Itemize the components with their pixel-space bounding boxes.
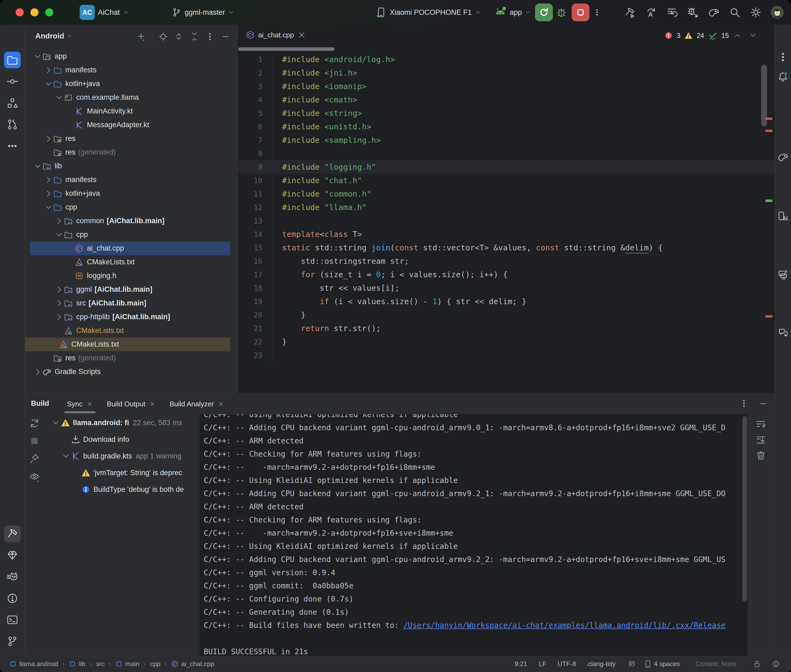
chevron-right-icon[interactable] bbox=[55, 285, 64, 294]
soft-wrap-button[interactable] bbox=[755, 419, 767, 430]
tree-item-kotlin-java[interactable]: kotlin+java bbox=[30, 187, 230, 200]
app-quality-insights-button[interactable] bbox=[4, 547, 21, 564]
project-view-selector[interactable]: Android bbox=[35, 32, 72, 40]
notifications-button[interactable] bbox=[777, 70, 789, 83]
tree-item-cpp[interactable]: cpp bbox=[30, 200, 230, 214]
run-options-button[interactable] bbox=[593, 6, 601, 18]
console-scrollbar[interactable] bbox=[742, 416, 747, 602]
inspections-widget[interactable]: 3 24 15 bbox=[664, 30, 729, 40]
hide-panel-button[interactable] bbox=[221, 32, 230, 42]
build-tool-button[interactable] bbox=[4, 525, 21, 542]
tree-item-mainactivity-kt[interactable]: MainActivity.kt bbox=[30, 104, 230, 118]
view-options-button[interactable] bbox=[29, 471, 40, 482]
project-options-button[interactable] bbox=[205, 32, 215, 42]
error-stripe-mark[interactable] bbox=[765, 315, 772, 318]
recent-actions-button[interactable] bbox=[666, 6, 678, 18]
chevron-down-icon[interactable] bbox=[33, 162, 42, 171]
lock-toggle[interactable] bbox=[753, 656, 761, 672]
close-icon[interactable] bbox=[218, 401, 224, 407]
chevron-right-icon[interactable] bbox=[55, 299, 64, 308]
build-tab-build-analyzer[interactable]: Build Analyzer bbox=[162, 394, 231, 414]
build-tree-item-build-gradle-kts[interactable]: build.gradle.ktsapp 1 warning bbox=[51, 448, 199, 464]
project-tool-button[interactable] bbox=[4, 52, 21, 68]
chevron-right-icon[interactable] bbox=[33, 367, 42, 376]
breadcrumb-lib[interactable]: lib bbox=[69, 660, 85, 668]
error-stripe-mark[interactable] bbox=[765, 117, 772, 120]
chevron-down-icon[interactable] bbox=[33, 52, 42, 61]
file-encoding[interactable]: UTF-8 bbox=[558, 656, 576, 672]
pin-tab-button[interactable] bbox=[29, 453, 40, 464]
chevron-right-icon[interactable] bbox=[44, 175, 53, 184]
chevron-down-icon[interactable] bbox=[51, 418, 61, 427]
collapse-all-button[interactable] bbox=[189, 32, 199, 42]
build-button[interactable] bbox=[624, 6, 636, 18]
stripe-mark-green[interactable] bbox=[765, 200, 772, 202]
chevron-down-icon[interactable] bbox=[55, 93, 64, 102]
search-everywhere-button[interactable] bbox=[729, 6, 741, 18]
gradle-tool-button[interactable] bbox=[777, 150, 789, 163]
breadcrumb-cpp[interactable]: cpp bbox=[150, 660, 160, 668]
tree-item-res[interactable]: res(generated) bbox=[30, 351, 230, 365]
column-mode-toggle[interactable] bbox=[627, 656, 636, 672]
build-tree-item-download-info[interactable]: Download info bbox=[51, 431, 199, 448]
build-tab-sync[interactable]: Sync bbox=[60, 394, 100, 414]
tree-item-kotlin-java[interactable]: kotlin+java bbox=[30, 77, 230, 91]
event-log-button[interactable] bbox=[772, 656, 780, 672]
chevron-down-icon[interactable] bbox=[61, 451, 71, 461]
close-icon[interactable] bbox=[149, 401, 156, 407]
logcat-tool-button[interactable] bbox=[4, 568, 21, 585]
tree-item-manifests[interactable]: manifests bbox=[30, 173, 230, 187]
commit-tool-button[interactable] bbox=[4, 73, 21, 90]
breadcrumb-src[interactable]: src bbox=[96, 660, 105, 668]
chevron-right-icon[interactable] bbox=[44, 134, 53, 143]
caret-position[interactable]: 9:21 bbox=[515, 656, 527, 672]
run-config-selector[interactable]: app bbox=[494, 0, 531, 25]
chevron-right-icon[interactable] bbox=[55, 216, 64, 226]
breadcrumb-main[interactable]: main bbox=[115, 660, 140, 668]
tree-item-messageadapter-kt[interactable]: MessageAdapter.kt bbox=[30, 118, 230, 132]
more-tools-button[interactable] bbox=[4, 138, 21, 154]
tab-ai-chat-cpp[interactable]: ai_chat.cpp bbox=[241, 27, 311, 43]
build-output-console[interactable]: C/C++: -- Using KleidiAI optimized kerne… bbox=[199, 414, 748, 656]
tree-item-com-example-llama[interactable]: com.example.llama bbox=[30, 91, 230, 104]
indent-config[interactable]: 4 spaces bbox=[644, 656, 680, 672]
rerun-button[interactable] bbox=[535, 3, 553, 21]
code-editor[interactable]: 1#include <android/log.h>2#include <jni.… bbox=[237, 53, 775, 393]
tree-item-cpp-httplib[interactable]: cpp-httplib[AiChat.lib.main] bbox=[30, 310, 230, 324]
chevron-down-icon[interactable] bbox=[55, 230, 64, 239]
tree-item-lib[interactable]: lib bbox=[30, 159, 230, 173]
expand-all-button[interactable] bbox=[174, 32, 184, 42]
tree-item-gradle-scripts[interactable]: Gradle Scripts bbox=[30, 365, 230, 379]
pull-requests-tool-button[interactable] bbox=[4, 116, 21, 133]
gradle-sync-button[interactable] bbox=[708, 6, 720, 18]
build-tab-build-output[interactable]: Build Output bbox=[100, 394, 162, 414]
chevron-down-icon[interactable] bbox=[44, 79, 53, 88]
settings-button[interactable] bbox=[750, 6, 762, 18]
editor-scrollbar[interactable] bbox=[761, 64, 767, 126]
build-path-link[interactable]: /Users/hanyin/Workspace/ai-chat/examples… bbox=[403, 621, 725, 630]
tree-item-src[interactable]: src[AiChat.lib.main] bbox=[30, 296, 230, 310]
close-icon[interactable] bbox=[87, 401, 93, 407]
structure-tool-button[interactable] bbox=[4, 94, 21, 111]
problems-tool-button[interactable] bbox=[4, 590, 21, 606]
tree-item-cmakelists-txt[interactable]: CMakeLists.txt bbox=[25, 338, 230, 351]
linter-status[interactable]: .clang-tidy bbox=[586, 656, 616, 672]
project-widget[interactable]: AC AiChat bbox=[80, 0, 129, 25]
build-tree-item-jvmtarget-string-is-deprec[interactable]: 'jvmTarget: String' is deprec bbox=[51, 464, 199, 481]
tree-item-ggml[interactable]: ggml[AiChat.lib.main] bbox=[30, 283, 230, 296]
close-icon[interactable] bbox=[297, 30, 306, 40]
tree-item-logging-h[interactable]: logging.h bbox=[30, 269, 230, 283]
tab-scrollbar[interactable] bbox=[238, 47, 335, 51]
chevron-right-icon[interactable] bbox=[55, 312, 64, 322]
stop-build-button[interactable] bbox=[29, 435, 40, 446]
previous-problem-button[interactable] bbox=[734, 32, 741, 39]
chevron-right-icon[interactable] bbox=[44, 189, 53, 198]
tree-item-cmakelists-txt[interactable]: CMakeLists.txt bbox=[30, 255, 230, 269]
minimize-window-button[interactable] bbox=[30, 8, 39, 16]
chevron-down-icon[interactable] bbox=[44, 203, 53, 212]
error-stripe-mark[interactable] bbox=[765, 130, 772, 132]
build-tree-item-buildtype-debug-is-both-de[interactable]: BuildType 'debug' is both de bbox=[51, 481, 199, 498]
hide-build-panel-button[interactable] bbox=[759, 399, 768, 408]
avatar[interactable] bbox=[771, 6, 784, 19]
chevron-right-icon[interactable] bbox=[44, 66, 53, 75]
